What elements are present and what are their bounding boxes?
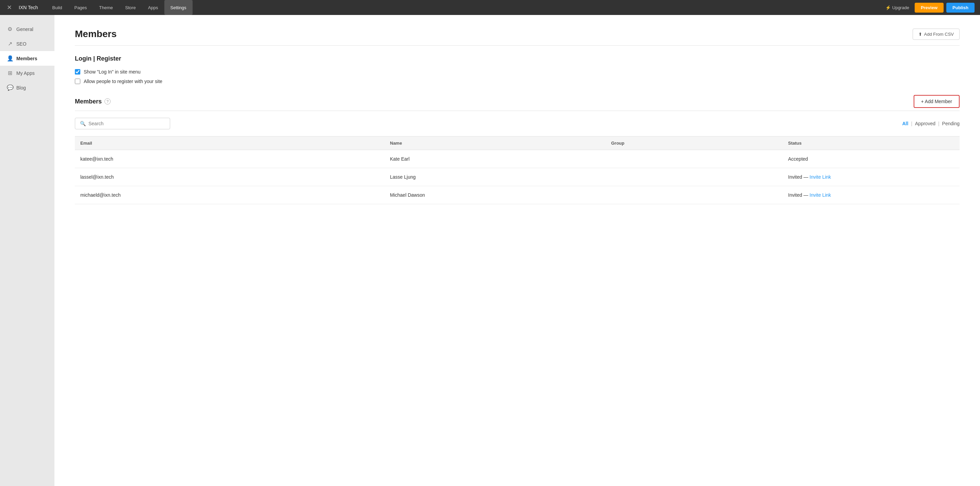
publish-button[interactable]: Publish <box>946 3 975 13</box>
nav-apps[interactable]: Apps <box>142 0 164 15</box>
col-header-group: Group <box>606 137 783 150</box>
help-icon[interactable]: ? <box>105 98 111 105</box>
sidebar-item-members[interactable]: 👤 Members <box>0 51 54 66</box>
site-name: IXN Tech <box>19 5 38 10</box>
filter-approved[interactable]: Approved <box>915 121 935 126</box>
sidebar-label-members: Members <box>16 56 37 61</box>
filter-links: All | Approved | Pending <box>902 121 960 126</box>
login-register-title: Login | Register <box>75 55 959 62</box>
invite-link-1[interactable]: Invite Link <box>810 174 831 180</box>
header-divider <box>75 45 959 46</box>
show-login-row: Show "Log In" in site menu <box>75 69 959 75</box>
sidebar-label-myapps: My Apps <box>16 70 35 76</box>
sidebar-item-general[interactable]: ⚙ General <box>0 22 54 37</box>
app-layout: ⚙ General ↗ SEO 👤 Members ⊞ My Apps 💬 Bl… <box>0 15 980 486</box>
top-nav: ✕ IXN Tech Build Pages Theme Store Apps … <box>0 0 980 15</box>
table-row: katee@ixn.tech Kate Earl Accepted <box>75 150 959 168</box>
upgrade-label: Upgrade <box>892 5 909 10</box>
member-email-2: michaeld@ixn.tech <box>75 186 385 204</box>
nav-theme[interactable]: Theme <box>93 0 119 15</box>
member-name-1: Lasse Ljung <box>385 168 606 186</box>
member-status-2: Invited — Invite Link <box>783 186 959 204</box>
members-section-header: Members ? + Add Member <box>75 95 959 108</box>
members-divider <box>75 111 959 111</box>
member-group-1 <box>606 168 783 186</box>
add-member-button[interactable]: + Add Member <box>914 95 959 108</box>
search-filters-row: 🔍 All | Approved | Pending <box>75 118 959 129</box>
member-email-0: katee@ixn.tech <box>75 150 385 168</box>
sidebar-item-myapps[interactable]: ⊞ My Apps <box>0 66 54 80</box>
main-content: Members ⬆ Add From CSV Login | Register … <box>54 15 980 486</box>
add-csv-label: Add From CSV <box>924 32 954 37</box>
preview-button[interactable]: Preview <box>915 3 943 13</box>
page-header: Members ⬆ Add From CSV <box>75 29 959 40</box>
filter-sep-2: | <box>938 121 940 126</box>
members-title-row: Members ? <box>75 98 111 105</box>
member-name-0: Kate Earl <box>385 150 606 168</box>
member-status-1: Invited — Invite Link <box>783 168 959 186</box>
show-login-checkbox[interactable] <box>75 69 80 75</box>
sidebar-item-blog[interactable]: 💬 Blog <box>0 80 54 95</box>
col-header-email: Email <box>75 137 385 150</box>
upgrade-link[interactable]: ⚡ Upgrade <box>885 5 909 10</box>
search-input[interactable] <box>89 121 165 126</box>
search-box: 🔍 <box>75 118 170 129</box>
sidebar-item-seo[interactable]: ↗ SEO <box>0 37 54 51</box>
person-icon: 👤 <box>7 55 13 62</box>
gear-icon: ⚙ <box>7 26 13 32</box>
allow-register-checkbox[interactable] <box>75 79 80 84</box>
table-row: lassel@ixn.tech Lasse Ljung Invited — In… <box>75 168 959 186</box>
nav-pages[interactable]: Pages <box>68 0 93 15</box>
nav-build[interactable]: Build <box>46 0 68 15</box>
page-title: Members <box>75 29 117 40</box>
apps-icon: ⊞ <box>7 70 13 76</box>
filter-all[interactable]: All <box>902 121 908 126</box>
allow-register-row: Allow people to register with your site <box>75 79 959 84</box>
allow-register-label: Allow people to register with your site <box>84 79 162 84</box>
member-status-0: Accepted <box>783 150 959 168</box>
table-row: michaeld@ixn.tech Michael Dawson Invited… <box>75 186 959 204</box>
sidebar: ⚙ General ↗ SEO 👤 Members ⊞ My Apps 💬 Bl… <box>0 15 54 486</box>
col-header-name: Name <box>385 137 606 150</box>
members-table: Email Name Group Status katee@ixn.tech K… <box>75 136 959 204</box>
member-email-1: lassel@ixn.tech <box>75 168 385 186</box>
search-icon: 🔍 <box>80 121 86 126</box>
nav-links: Build Pages Theme Store Apps Settings <box>46 0 466 15</box>
member-group-0 <box>606 150 783 168</box>
sidebar-label-general: General <box>16 27 33 32</box>
blog-icon: 💬 <box>7 84 13 91</box>
members-section-title: Members <box>75 98 102 105</box>
nav-settings[interactable]: Settings <box>164 0 192 15</box>
member-name-2: Michael Dawson <box>385 186 606 204</box>
invite-link-2[interactable]: Invite Link <box>810 192 831 198</box>
table-header: Email Name Group Status <box>75 137 959 150</box>
show-login-label: Show "Log In" in site menu <box>84 69 140 75</box>
upgrade-icon: ⚡ <box>885 5 891 10</box>
add-csv-button[interactable]: ⬆ Add From CSV <box>913 29 959 40</box>
seo-icon: ↗ <box>7 40 13 47</box>
nav-store[interactable]: Store <box>119 0 142 15</box>
member-group-2 <box>606 186 783 204</box>
col-header-status: Status <box>783 137 959 150</box>
filter-sep-1: | <box>911 121 912 126</box>
sidebar-label-seo: SEO <box>16 41 27 47</box>
sidebar-label-blog: Blog <box>16 85 26 91</box>
upload-icon: ⬆ <box>918 32 922 37</box>
close-button[interactable]: ✕ <box>5 2 13 13</box>
members-table-body: katee@ixn.tech Kate Earl Accepted lassel… <box>75 150 959 204</box>
filter-pending[interactable]: Pending <box>942 121 959 126</box>
